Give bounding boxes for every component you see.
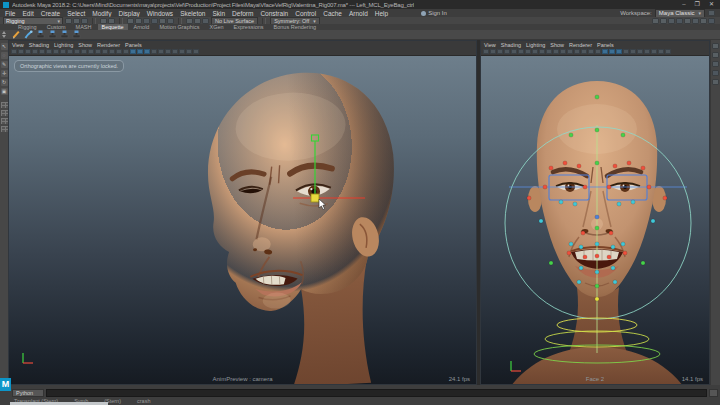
grease-pencil-icon[interactable] <box>525 49 531 54</box>
menu-constrain[interactable]: Constrain <box>260 10 288 17</box>
scale-tool[interactable]: ▣ <box>1 88 8 95</box>
panel-menu-shading[interactable]: Shading <box>501 42 521 48</box>
menu-skin[interactable]: Skin <box>212 10 225 17</box>
gate-mask-icon[interactable] <box>553 49 559 54</box>
render-settings-icon[interactable] <box>668 18 675 24</box>
bookmark-icon[interactable] <box>32 49 38 54</box>
image-plane-icon[interactable] <box>39 49 45 54</box>
head-model-persp[interactable] <box>203 68 405 385</box>
gate-mask-icon[interactable] <box>81 49 87 54</box>
select-camera-icon[interactable] <box>483 49 489 54</box>
rig-stamp-2-icon[interactable] <box>48 30 57 39</box>
sign-in-button[interactable]: Sign In <box>421 10 447 16</box>
persp-graph-layout[interactable] <box>1 126 8 132</box>
textured-icon[interactable] <box>137 49 143 54</box>
isolate-select-icon[interactable] <box>658 49 664 54</box>
bookmark-icon[interactable] <box>504 49 510 54</box>
snap-grid-icon[interactable] <box>127 18 134 24</box>
modeling-toolkit-icon[interactable] <box>712 43 719 49</box>
depth-of-field-icon[interactable] <box>651 49 657 54</box>
shadows-icon[interactable] <box>151 49 157 54</box>
snap-curve-icon[interactable] <box>135 18 142 24</box>
menu-modify[interactable]: Modify <box>92 10 111 17</box>
lock-camera-icon[interactable] <box>18 49 24 54</box>
help-line-toggle-icon[interactable] <box>708 18 715 24</box>
menu-display[interactable]: Display <box>118 10 139 17</box>
motion-blur-icon[interactable] <box>637 49 643 54</box>
panel-menu-panels[interactable]: Panels <box>125 42 142 48</box>
rig-stamp-1-icon[interactable] <box>36 30 45 39</box>
script-editor-button[interactable] <box>709 389 718 397</box>
rig-stamp-4-icon[interactable] <box>72 30 81 39</box>
single-pane-layout[interactable] <box>1 102 8 108</box>
grease-pencil-icon[interactable] <box>692 18 699 24</box>
film-gate-icon[interactable] <box>539 49 545 54</box>
undo-icon[interactable] <box>100 18 107 24</box>
humanik-icon[interactable] <box>712 52 719 58</box>
menu-edit[interactable]: Edit <box>22 10 33 17</box>
motion-blur-icon[interactable] <box>165 49 171 54</box>
panel-menu-shading[interactable]: Shading <box>29 42 49 48</box>
viewport-front[interactable]: ViewShadingLightingShowRendererPanels Fa… <box>480 40 710 385</box>
rig-stamp-3-icon[interactable] <box>60 30 69 39</box>
menu-deform[interactable]: Deform <box>232 10 253 17</box>
command-language-toggle[interactable]: Python <box>12 389 44 397</box>
use-all-lights-icon[interactable] <box>144 49 150 54</box>
frame-selection-icon[interactable] <box>588 49 594 54</box>
use-all-lights-icon[interactable] <box>616 49 622 54</box>
menu-select[interactable]: Select <box>67 10 85 17</box>
depth-of-field-icon[interactable] <box>179 49 185 54</box>
shaded-icon[interactable] <box>602 49 608 54</box>
menu-arnold[interactable]: Arnold <box>349 10 368 17</box>
2d-pan-zoom-icon[interactable] <box>518 49 524 54</box>
snap-view-plane-icon[interactable] <box>159 18 166 24</box>
render-view-icon[interactable] <box>652 18 659 24</box>
textured-icon[interactable] <box>609 49 615 54</box>
grid-icon[interactable] <box>60 49 66 54</box>
panel-menu-show[interactable]: Show <box>550 42 564 48</box>
menu-file[interactable]: File <box>5 10 15 17</box>
select-tool[interactable]: ↖ <box>1 43 8 50</box>
command-input[interactable] <box>46 389 707 397</box>
2d-pan-zoom-icon[interactable] <box>46 49 52 54</box>
menu-control[interactable]: Control <box>295 10 316 17</box>
pencil-script-icon[interactable] <box>12 30 21 39</box>
persp-outliner-layout[interactable] <box>1 118 8 124</box>
rotate-tool[interactable]: ↻ <box>1 79 8 86</box>
ambient-occlusion-icon[interactable] <box>630 49 636 54</box>
x-ray-icon[interactable] <box>193 49 199 54</box>
wireframe-icon[interactable] <box>595 49 601 54</box>
panel-menu-show[interactable]: Show <box>78 42 92 48</box>
safe-action-icon[interactable] <box>567 49 573 54</box>
open-scene-icon[interactable] <box>73 18 80 24</box>
tool-settings-icon[interactable] <box>712 70 719 76</box>
new-scene-icon[interactable] <box>65 18 72 24</box>
grease-pencil-icon[interactable] <box>53 49 59 54</box>
viewport-persp[interactable]: ViewShadingLightingShowRendererPanels Or… <box>8 40 477 385</box>
shadows-icon[interactable] <box>623 49 629 54</box>
panel-menu-lighting[interactable]: Lighting <box>526 42 545 48</box>
field-chart-icon[interactable] <box>560 49 566 54</box>
panel-menu-renderer[interactable]: Renderer <box>97 42 120 48</box>
wireframe-icon[interactable] <box>123 49 129 54</box>
make-live-icon[interactable] <box>167 18 174 24</box>
anim-layers-icon[interactable] <box>684 18 691 24</box>
construction-history-icon[interactable] <box>202 18 209 24</box>
workspace-settings-icon[interactable] <box>708 10 715 16</box>
lock-camera-icon[interactable] <box>490 49 496 54</box>
resolution-gate-icon[interactable] <box>546 49 552 54</box>
x-ray-icon[interactable] <box>665 49 671 54</box>
field-chart-icon[interactable] <box>88 49 94 54</box>
film-gate-icon[interactable] <box>67 49 73 54</box>
anti-aliasing-icon[interactable] <box>172 49 178 54</box>
ambient-occlusion-icon[interactable] <box>158 49 164 54</box>
select-camera-icon[interactable] <box>11 49 17 54</box>
panel-menu-lighting[interactable]: Lighting <box>54 42 73 48</box>
safe-title-icon[interactable] <box>102 49 108 54</box>
panel-menu-renderer[interactable]: Renderer <box>569 42 592 48</box>
channel-box-icon[interactable] <box>712 79 719 85</box>
redo-icon[interactable] <box>108 18 115 24</box>
frame-selection-icon[interactable] <box>116 49 122 54</box>
viewport-canvas-persp[interactable] <box>9 41 477 385</box>
grid-icon[interactable] <box>532 49 538 54</box>
